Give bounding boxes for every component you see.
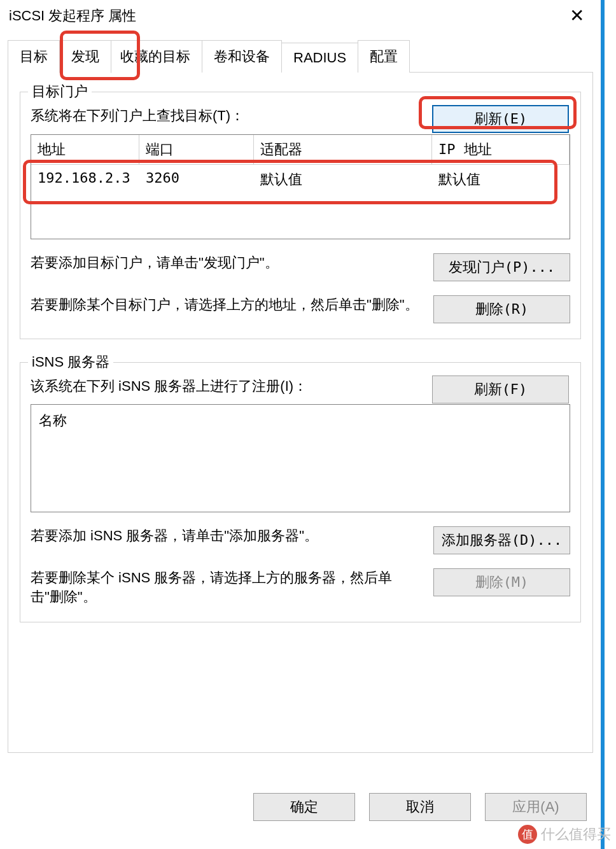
cell-ip: 默认值 [432,165,570,194]
watermark-badge-icon: 值 [518,825,537,844]
tab-panel-discovery: 目标门户 系统将在下列门户上查找目标(T)： 刷新(E) 地址 端口 适配器 [8,72,593,753]
text-remove-portal: 若要删除某个目标门户，请选择上方的地址，然后单击"删除"。 [31,295,421,314]
text-add-portal: 若要添加目标门户，请单击"发现门户"。 [31,253,421,272]
isns-listview[interactable]: 名称 [31,404,570,512]
col-port[interactable]: 端口 [139,135,254,165]
cell-address: 192.168.2.3 [31,165,139,194]
portal-list-header: 地址 端口 适配器 IP 地址 [31,135,570,165]
discover-portal-button[interactable]: 发现门户(P)... [433,253,570,281]
text-search-portals: 系统将在下列门户上查找目标(T)： [31,106,244,125]
titlebar: iSCSI 发起程序 属性 ✕ [0,0,601,31]
col-adapter[interactable]: 适配器 [254,135,432,165]
tab-targets[interactable]: 目标 [8,40,60,73]
ok-button[interactable]: 确定 [253,793,355,821]
text-add-isns: 若要添加 iSNS 服务器，请单击"添加服务器"。 [31,526,421,545]
cell-adapter: 默认值 [254,165,432,194]
group-target-portals: 目标门户 系统将在下列门户上查找目标(T)： 刷新(E) 地址 端口 适配器 [20,92,581,339]
col-ip[interactable]: IP 地址 [432,135,570,165]
dialog-window: iSCSI 发起程序 属性 ✕ 目标 发现 收藏的目标 卷和设备 RADIUS … [0,0,605,849]
tab-strip: 目标 发现 收藏的目标 卷和设备 RADIUS 配置 [8,39,593,73]
tab-radius[interactable]: RADIUS [281,43,358,73]
portal-listview[interactable]: 地址 端口 适配器 IP 地址 192.168.2.3 3260 默认值 默认值 [31,134,570,239]
table-row[interactable]: 192.168.2.3 3260 默认值 默认值 [31,165,570,194]
text-remove-isns: 若要删除某个 iSNS 服务器，请选择上方的服务器，然后单击"删除"。 [31,568,421,606]
dialog-footer: 确定 取消 应用(A) [253,793,587,821]
watermark: 值 什么值得买 [518,825,611,844]
tab-discovery[interactable]: 发现 [59,40,111,73]
group-isns-servers: iSNS 服务器 该系统在下列 iSNS 服务器上进行了注册(I)： 刷新(F)… [20,362,581,622]
remove-isns-button[interactable]: 删除(M) [433,568,570,596]
remove-portal-button[interactable]: 删除(R) [433,295,570,323]
tab-volumes-devices[interactable]: 卷和设备 [202,40,282,73]
window-title: iSCSI 发起程序 属性 [9,6,136,25]
cell-port: 3260 [139,165,254,194]
close-icon[interactable]: ✕ [562,6,592,25]
watermark-text: 什么值得买 [541,825,611,844]
cancel-button[interactable]: 取消 [369,793,471,821]
refresh-f-button[interactable]: 刷新(F) [432,375,569,403]
legend-target-portals: 目标门户 [28,82,92,101]
apply-button[interactable]: 应用(A) [485,793,587,821]
add-isns-button[interactable]: 添加服务器(D)... [433,526,570,554]
legend-isns: iSNS 服务器 [28,353,113,372]
text-isns-registered: 该系统在下列 iSNS 服务器上进行了注册(I)： [31,377,307,396]
col-address[interactable]: 地址 [31,135,139,165]
refresh-e-button[interactable]: 刷新(E) [432,105,569,133]
tab-favorites[interactable]: 收藏的目标 [111,40,202,73]
tab-configuration[interactable]: 配置 [358,40,410,73]
col-name[interactable]: 名称 [39,411,562,430]
